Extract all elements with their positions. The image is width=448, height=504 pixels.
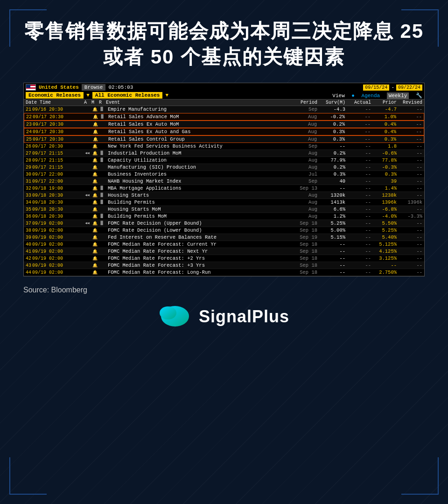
row-datetime: 09/17 20:30 bbox=[33, 114, 84, 120]
table-row[interactable]: 37 09/19 02:00 ◀◀ 🔔 ▐▌ FOMC Rate Decisio… bbox=[24, 220, 424, 227]
row-prior: 0.4% bbox=[371, 129, 396, 135]
row-prior: 39 bbox=[371, 178, 397, 184]
date-separator: - bbox=[391, 85, 394, 90]
row-event: Retail Sales Ex Auto MoM bbox=[106, 121, 291, 127]
row-bell-col: 🔔 bbox=[91, 263, 98, 268]
date-end[interactable]: 09/22/24 bbox=[396, 85, 422, 91]
table-row[interactable]: 32 09/18 19:00 🔔 ▐▌ MBA Mortgage Applica… bbox=[24, 185, 424, 192]
date-start[interactable]: 09/15/24 bbox=[363, 85, 389, 91]
row-surv: 0.3% bbox=[317, 171, 345, 177]
row-event: Retail Sales Advance MoM bbox=[106, 114, 291, 120]
row-period: Sep 18 bbox=[292, 227, 317, 233]
row-datetime: 09/17 22:00 bbox=[32, 179, 84, 184]
row-number: 41 bbox=[26, 249, 31, 254]
row-speaker-col bbox=[84, 165, 91, 170]
bloomberg-terminal: United States Browse 02:05:03 09/15/24 -… bbox=[23, 83, 425, 277]
table-row[interactable]: 39 09/19 02:00 🔔 Fed Interest on Reserve… bbox=[24, 234, 424, 241]
row-prior: 1.8 bbox=[371, 143, 397, 149]
row-period: Sep 18 bbox=[292, 248, 317, 254]
economic-releases-tab[interactable]: Economic Releases bbox=[26, 92, 84, 99]
row-number: 22 bbox=[26, 114, 32, 120]
table-row[interactable]: 40 09/19 02:00 🔔 FOMC Median Rate Foreca… bbox=[24, 241, 424, 248]
bell-icon: 🔔 bbox=[93, 122, 98, 127]
row-period: Aug bbox=[291, 114, 317, 120]
page-title: 零售销售数据可能会成为本周三决定降息 25 或者 50 个基点的关键因素 bbox=[23, 19, 425, 70]
row-bar-col: ▐▌ bbox=[98, 221, 106, 226]
row-bar-col: ▐▌ bbox=[99, 114, 106, 119]
row-bell-col: 🔔 bbox=[91, 114, 99, 120]
speaker-icon: ◀◀ bbox=[85, 151, 90, 155]
row-datetime: 09/19 02:00 bbox=[32, 249, 84, 254]
row-bell-col: 🔔 bbox=[91, 107, 98, 112]
row-prior: 1.4% bbox=[371, 185, 397, 191]
row-surv: -4.3 bbox=[317, 106, 345, 112]
bell-icon: 🔔 bbox=[93, 115, 98, 120]
bell-icon: 🔔 bbox=[92, 107, 98, 112]
table-row[interactable]: 36 09/18 20:30 🔔 ▐▌ Building Permits MoM… bbox=[24, 213, 424, 220]
row-bar-col: ▐▌ bbox=[98, 200, 106, 205]
agenda-radio[interactable]: ● Agenda bbox=[351, 93, 380, 99]
table-row[interactable]: 43 09/19 02:00 🔔 FOMC Median Rate Foreca… bbox=[24, 262, 424, 269]
row-event: NAHB Housing Market Index bbox=[106, 178, 292, 184]
table-row[interactable]: 23 09/17 20:30 🔔 Retail Sales Ex Auto Mo… bbox=[24, 121, 424, 128]
column-headers: Date Time A M R Event Period Surv(M) Act… bbox=[24, 99, 424, 106]
table-row[interactable]: 33 09/18 20:30 ◀◀ 🔔 ▐▌ Housing Starts Au… bbox=[24, 192, 424, 199]
row-datetime: 09/17 21:15 bbox=[32, 151, 84, 156]
row-speaker-col bbox=[84, 242, 91, 247]
table-row[interactable]: 44 09/19 02:00 🔔 FOMC Median Rate Foreca… bbox=[24, 269, 424, 276]
table-row[interactable]: 29 09/17 21:15 🔔 Manufacturing (SIC) Pro… bbox=[24, 164, 424, 171]
row-actual: -- bbox=[345, 241, 371, 247]
table-body: 21 09/16 20:30 🔔 ▐▌ Empire Manufacturing… bbox=[24, 106, 424, 276]
row-surv: 5.25% bbox=[317, 220, 345, 226]
row-actual: -- bbox=[345, 121, 371, 127]
row-speaker-col bbox=[84, 256, 91, 261]
table-row[interactable]: 24 09/17 20:30 🔔 Retail Sales Ex Auto an… bbox=[24, 128, 424, 135]
table-row[interactable]: 27 09/17 21:15 ◀◀ 🔔 ▐▌ Industrial Produc… bbox=[24, 150, 424, 157]
table-row[interactable]: 41 09/19 02:00 🔔 FOMC Median Rate Foreca… bbox=[24, 248, 424, 255]
row-event: FOMC Median Rate Forecast: Current Yr bbox=[106, 241, 292, 247]
col-header-revised: Revised bbox=[397, 100, 422, 105]
row-bell-col: 🔔 bbox=[91, 256, 98, 261]
row-number: 24 bbox=[26, 129, 32, 135]
logo-text: SignalPlus bbox=[199, 307, 289, 327]
row-speaker-col bbox=[84, 179, 91, 184]
table-row[interactable]: 22 09/17 20:30 🔔 ▐▌ Retail Sales Advance… bbox=[24, 113, 424, 121]
row-number: 36 bbox=[26, 214, 31, 219]
all-economic-releases-tab[interactable]: All Economic Releases bbox=[92, 92, 163, 99]
row-surv: -- bbox=[317, 143, 345, 149]
settings-icon[interactable]: 🔧 bbox=[416, 93, 422, 99]
row-event: Fed Interest on Reserve Balances Rate bbox=[106, 234, 292, 240]
table-row[interactable]: 34 09/18 20:30 🔔 ▐▌ Building Permits Aug… bbox=[24, 199, 424, 206]
table-row[interactable]: 26 09/17 20:30 🔔 New York Fed Services B… bbox=[24, 143, 424, 150]
row-bar-col bbox=[98, 270, 106, 275]
row-surv: -0.2% bbox=[317, 114, 345, 120]
weekly-tab[interactable]: Weekly bbox=[387, 92, 409, 99]
table-row[interactable]: 25 09/17 20:30 🔔 Retail Sales Control Gr… bbox=[24, 135, 424, 143]
bar-chart-icon: ▐▌ bbox=[99, 107, 105, 112]
row-prior: -4.0% bbox=[371, 213, 397, 219]
terminal-header-row1: United States Browse 02:05:03 09/15/24 -… bbox=[24, 83, 424, 92]
table-row[interactable]: 35 09/18 20:30 🔔 Housing Starts MoM Aug … bbox=[24, 206, 424, 213]
table-row[interactable]: 42 09/19 02:00 🔔 FOMC Median Rate Foreca… bbox=[24, 255, 424, 262]
row-datetime: 09/16 20:30 bbox=[32, 107, 84, 112]
row-event: FOMC Median Rate Forecast: Next Yr bbox=[106, 248, 292, 254]
table-row[interactable]: 28 09/17 21:15 🔔 ▐▌ Capacity Utilization… bbox=[24, 157, 424, 164]
table-row[interactable]: 38 09/19 02:00 🔔 FOMC Rate Decision (Low… bbox=[24, 227, 424, 234]
row-bar-col bbox=[98, 144, 106, 149]
bell-icon: 🔔 bbox=[92, 158, 98, 163]
row-bell-col: 🔔 bbox=[91, 221, 98, 226]
row-datetime: 09/19 02:00 bbox=[32, 221, 84, 226]
table-row[interactable]: 30 09/17 22:00 🔔 Business Inventories Ju… bbox=[24, 171, 424, 178]
row-event: FOMC Median Rate Forecast: +3 Yrs bbox=[106, 263, 292, 268]
row-revised: -- bbox=[397, 220, 422, 226]
table-row[interactable]: 21 09/16 20:30 🔔 ▐▌ Empire Manufacturing… bbox=[24, 106, 424, 113]
row-number: 23 bbox=[26, 122, 32, 127]
table-row[interactable]: 31 09/17 22:00 🔔 NAHB Housing Market Ind… bbox=[24, 178, 424, 185]
browse-button[interactable]: Browse bbox=[82, 84, 106, 91]
row-surv: 77.9% bbox=[317, 157, 345, 163]
row-period: Sep 18 bbox=[292, 256, 317, 261]
row-number: 43 bbox=[26, 263, 31, 268]
row-datetime: 09/18 20:30 bbox=[32, 207, 84, 212]
row-prior: -6.8% bbox=[371, 206, 397, 212]
row-number: 29 bbox=[26, 165, 31, 170]
